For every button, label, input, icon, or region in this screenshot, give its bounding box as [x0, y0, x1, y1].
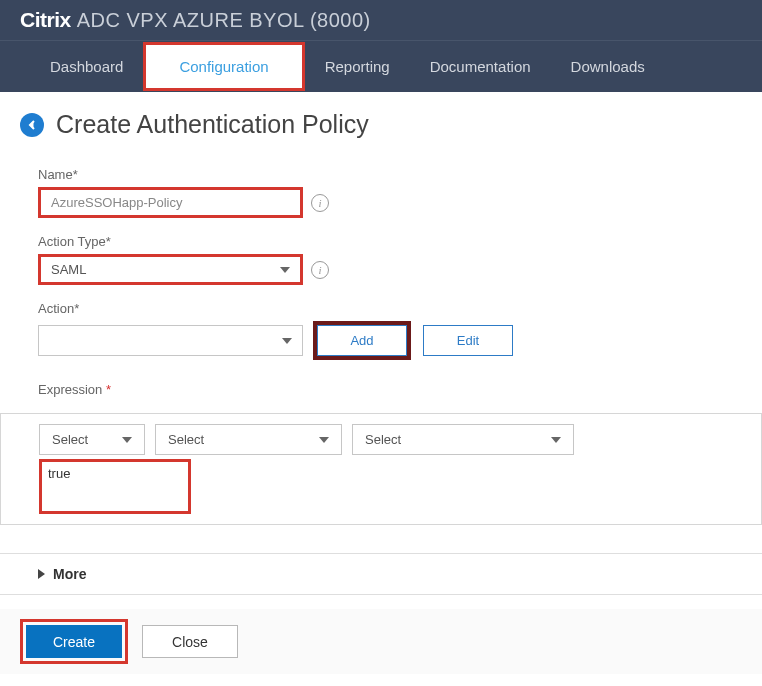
create-button[interactable]: Create	[26, 625, 122, 658]
header: Citrix ADC VPX AZURE BYOL (8000)	[0, 0, 762, 40]
nav-downloads[interactable]: Downloads	[551, 42, 665, 91]
nav-dashboard[interactable]: Dashboard	[30, 42, 143, 91]
info-icon[interactable]: i	[311, 261, 329, 279]
expression-select-1[interactable]: Select	[39, 424, 145, 455]
triangle-right-icon	[38, 569, 45, 579]
chevron-down-icon	[319, 437, 329, 443]
expression-select-2[interactable]: Select	[155, 424, 342, 455]
more-label: More	[53, 566, 86, 582]
action-type-value: SAML	[51, 262, 86, 277]
expression-label: Expression *	[38, 382, 742, 397]
chevron-down-icon	[551, 437, 561, 443]
form: Name* i Action Type* SAML i Action*	[20, 167, 742, 674]
nav-reporting[interactable]: Reporting	[305, 42, 410, 91]
action-type-select[interactable]: SAML	[38, 254, 303, 285]
name-input[interactable]	[38, 187, 303, 218]
nav-configuration[interactable]: Configuration	[146, 45, 301, 88]
nav-documentation[interactable]: Documentation	[410, 42, 551, 91]
name-label: Name*	[38, 167, 742, 182]
back-button[interactable]	[20, 113, 44, 137]
add-button[interactable]: Add	[317, 325, 407, 356]
main-nav: Dashboard Configuration Reporting Docume…	[0, 40, 762, 92]
page-title: Create Authentication Policy	[56, 110, 369, 139]
expression-textarea[interactable]: true	[39, 459, 191, 514]
action-label: Action*	[38, 301, 742, 316]
action-select[interactable]	[38, 325, 303, 356]
chevron-down-icon	[122, 437, 132, 443]
brand-subtitle: ADC VPX AZURE BYOL (8000)	[77, 9, 371, 32]
action-type-label: Action Type*	[38, 234, 742, 249]
edit-button[interactable]: Edit	[423, 325, 513, 356]
info-icon[interactable]: i	[311, 194, 329, 212]
chevron-down-icon	[282, 338, 292, 344]
close-button[interactable]: Close	[142, 625, 238, 658]
brand-logo: Citrix	[20, 8, 71, 32]
expression-box: Select Select Select true	[0, 413, 762, 525]
expression-select-3[interactable]: Select	[352, 424, 574, 455]
arrow-left-icon	[26, 119, 38, 131]
chevron-down-icon	[280, 267, 290, 273]
footer: Create Close	[0, 609, 762, 674]
more-toggle[interactable]: More	[0, 553, 762, 595]
content: Create Authentication Policy Name* i Act…	[0, 92, 762, 674]
